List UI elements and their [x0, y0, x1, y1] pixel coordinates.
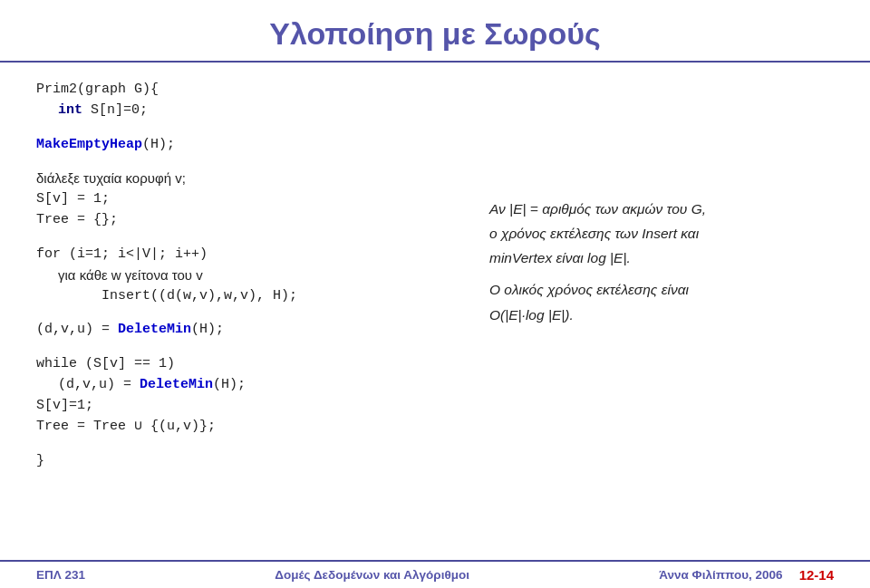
footer-left: ΕΠΛ 231 [36, 568, 85, 582]
annotation-line-5: O(|E|·log |E|). [489, 303, 834, 327]
title-area: Υλοποίηση με Σωρούς [0, 0, 870, 63]
slide-container: Υλοποίηση με Σωρούς Prim2(graph G){ int … [0, 0, 870, 588]
keyword-int: int [58, 100, 82, 120]
footer: ΕΠΛ 231 Δομές Δεδομένων και Αλγόριθμοι Ά… [0, 560, 870, 588]
code-column: Prim2(graph G){ int S[n]=0; MakeEmptyHea… [36, 79, 471, 551]
annotation-text: Αν |E| = αριθμός των ακμών του G, ο χρόν… [489, 197, 834, 327]
code-line-17: (d,v,u) = DeleteMin(H); [36, 374, 471, 395]
code-line-1: Prim2(graph G){ [36, 79, 471, 100]
code-line-6: διάλεξε τυχαία κορυφή v; [36, 168, 471, 188]
annotation-column: Αν |E| = αριθμός των ακμών του G, ο χρόν… [489, 79, 834, 551]
code-line-12: Insert((d(w,v),w,v), H); [36, 285, 471, 306]
code-line-10: for (i=1; i<|V|; i++) [36, 244, 471, 265]
footer-right: Άννα Φιλίππου, 2006 [659, 568, 782, 582]
code-block: Prim2(graph G){ int S[n]=0; MakeEmptyHea… [36, 79, 471, 471]
code-text: S[n]=0; [82, 100, 148, 120]
code-line-11: για κάθε w γείτονα του v [36, 265, 471, 285]
code-line-19: Tree = Tree ∪ {(u,v)}; [36, 416, 471, 437]
code-line-7: S[v] = 1; [36, 188, 471, 209]
footer-center: Δομές Δεδομένων και Αλγόριθμοι [85, 568, 659, 582]
func-deletemin-2: DeleteMin [140, 374, 213, 395]
annotation-line-2: ο χρόνος εκτέλεσης των Insert και [489, 221, 834, 246]
slide-title: Υλοποίηση με Σωρούς [269, 16, 600, 51]
annotation-line-4: Ο ολικός χρόνος εκτέλεσης είναι [489, 277, 834, 302]
footer-page: 12-14 [799, 567, 834, 583]
annotation-line-3: minVertex είναι log |E|. [489, 246, 834, 270]
func-makeemptyheap: MakeEmptyHeap [36, 134, 142, 155]
main-content: Prim2(graph G){ int S[n]=0; MakeEmptyHea… [0, 63, 870, 560]
code-text: (H); [142, 134, 175, 155]
code-line-8: Tree = {}; [36, 209, 471, 230]
code-line-18: S[v]=1; [36, 395, 471, 416]
code-line-2: int S[n]=0; [36, 100, 471, 120]
func-deletemin-1: DeleteMin [118, 319, 191, 340]
code-line-20: } [36, 450, 471, 471]
code-line-16: while (S[v] == 1) [36, 353, 471, 374]
code-line-14: (d,v,u) = DeleteMin(H); [36, 319, 471, 340]
code-line-4: MakeEmptyHeap(H); [36, 134, 471, 155]
annotation-line-1: Αν |E| = αριθμός των ακμών του G, [489, 197, 834, 221]
